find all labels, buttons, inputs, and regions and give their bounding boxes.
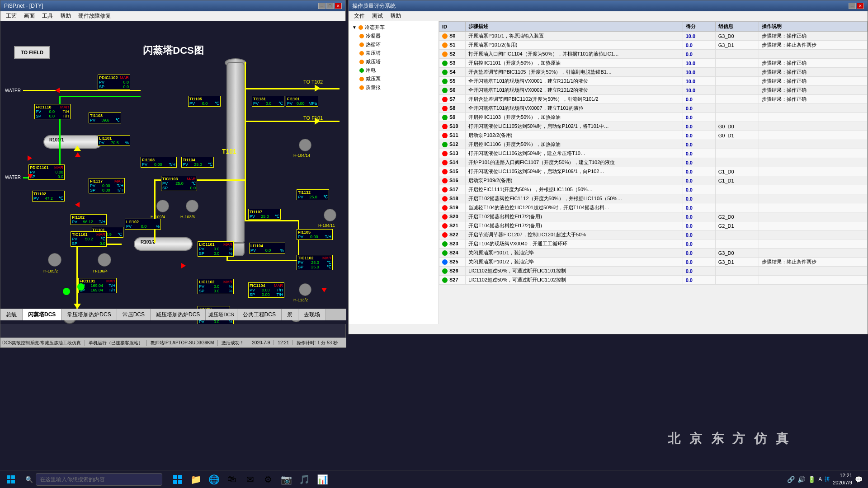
tab-jing[interactable]: 景 — [282, 309, 298, 320]
svg-rect-1 — [11, 475, 15, 479]
tab-atm-heat-dcs[interactable]: 常压塔加热炉DCS — [61, 309, 117, 320]
tree-vacpump[interactable]: 减压泵 — [350, 75, 437, 83]
tray-notif-icon: 💬 — [855, 476, 863, 483]
step-score: 0.0 — [683, 176, 715, 185]
fi1117-box[interactable]: FI1117 MAR PV0.00T/H SP0.00T/H — [89, 178, 125, 193]
status-server: 教师站IP:LAPTOP-SUD3G9KM — [151, 340, 218, 346]
window-controls: ─ □ ✕ — [318, 3, 342, 9]
tic1102-box[interactable]: TIC1102 MAR PV25.0℃ SP25.0℃ — [297, 255, 333, 270]
step-group: G2_D1 — [715, 221, 759, 230]
right-close[interactable]: ✕ — [857, 3, 864, 9]
tab-flash-dcs[interactable]: 闪蒸塔DCS — [23, 309, 61, 320]
taskbar-app-chart[interactable]: 📊 — [314, 471, 330, 488]
start-button[interactable] — [0, 470, 22, 488]
tic1103-title: TIC1103 — [162, 177, 178, 181]
step-desc: 开启控IIC1101（开度为50%），加热原油 — [466, 59, 683, 68]
step-group — [715, 276, 759, 285]
mail-icon: ✉ — [246, 474, 254, 485]
menu-gongyi[interactable]: 工艺 — [2, 11, 20, 21]
menu-gongju[interactable]: 工具 — [38, 11, 57, 21]
taskbar-app-task[interactable] — [170, 471, 186, 488]
taskbar-app-music[interactable]: 🎵 — [296, 471, 312, 488]
minimize-button[interactable]: ─ — [318, 3, 326, 9]
tree-atm[interactable]: 常压塔 — [350, 49, 437, 57]
tic1103-box[interactable]: TIC1103 MAR PV25.0℃ SP0.0 — [161, 176, 197, 191]
tab-public-dcs[interactable]: 公共工程DCS — [237, 309, 282, 320]
pipe-h-vessel-conn — [226, 179, 245, 181]
maximize-button[interactable]: □ — [326, 3, 334, 9]
tree-cold[interactable]: 冷凝器 — [350, 32, 437, 40]
fic1104-box[interactable]: FIC1104 MAR PV0.00T/H SP0.00T/H — [248, 282, 284, 298]
left-window: PiSP.net - [DTY] ─ □ ✕ 工艺 画面 工具 帮助 硬件故障修… — [0, 0, 346, 348]
li1102-box[interactable]: LI1102 PV0.0% — [125, 219, 161, 230]
tree-vac[interactable]: 减压塔 — [350, 57, 437, 66]
tree-hot[interactable]: 热循环 — [350, 40, 437, 49]
close-button[interactable]: ✕ — [335, 3, 342, 9]
pdic1102-box[interactable]: PDIC1102 MAR PV0.0 SP0.0 — [98, 75, 130, 90]
tab-atm-dcs[interactable]: 常压DCS — [117, 309, 151, 320]
tab-vac-heat-dcs[interactable]: 减压塔加热炉DCS — [151, 309, 206, 320]
row-dot-cell: S20 — [439, 212, 466, 221]
right-menu-file[interactable]: 文件 — [350, 11, 368, 21]
right-menu-help[interactable]: 帮助 — [387, 11, 405, 21]
right-menu-test[interactable]: 测试 — [368, 11, 387, 21]
step-desc: LIC1102超过50%，可通过断开LIC1102控制 — [466, 276, 683, 285]
tree-quality[interactable]: 质量报 — [350, 83, 437, 92]
right-minimize[interactable]: ─ — [849, 3, 856, 9]
tab-overview[interactable]: 总貌 — [0, 309, 23, 320]
row-dot-cell: S16 — [439, 176, 466, 185]
tree-root[interactable]: ▼ 冷态开车 — [350, 23, 437, 32]
taskbar-app-camera[interactable]: 📷 — [278, 471, 294, 488]
tic1101-box[interactable]: TIC1101 MAR PV50.2℃ SP0.0 — [71, 231, 107, 247]
row-dot-cell: S21 — [439, 221, 466, 230]
h104-14 — [299, 139, 311, 151]
table-row: S16启动泵P109/2(备用)0.0G1_D1 — [439, 176, 868, 185]
taskbar-app-settings[interactable]: ⚙ — [260, 471, 276, 488]
to-t102-label: TO T102 — [303, 79, 323, 84]
taskbar-app-edge[interactable]: 🌐 — [206, 471, 222, 488]
row-dot-cell: S1 — [439, 41, 466, 50]
step-group: G3_D0 — [715, 249, 759, 258]
pipe-h-bot1 — [226, 260, 299, 261]
step-note — [759, 239, 867, 249]
tab-vac-dcs[interactable]: 减压塔DCS — [206, 309, 237, 320]
ti1107-box: TI1107 PV25.0℃ — [248, 209, 281, 220]
fic1118-alarm: MAR — [60, 105, 69, 109]
to-field-button[interactable]: TO FIELD — [14, 46, 50, 59]
tab-field[interactable]: 去现场 — [298, 309, 326, 320]
row-dot-cell: S23 — [439, 239, 466, 249]
menu-huamian[interactable]: 画面 — [20, 11, 38, 21]
fic1118-box[interactable]: FIC1118 MAR PV0.0T/H SP0.0T/H — [34, 104, 71, 119]
step-score: 0.0 — [683, 158, 715, 167]
dcs-title: 闪蒸塔DCS图 — [143, 44, 203, 57]
step-id: S7 — [449, 96, 455, 102]
step-desc: 开启T102摇蒸阀控FIC1112（开度为50%），并根据LIC1105（50%… — [466, 194, 683, 203]
taskbar-search-input[interactable] — [36, 473, 162, 486]
lic1102-box[interactable]: LIC1102 MAR PV0.0% SP0.0% — [198, 279, 234, 294]
pdic1101-box[interactable]: PDIC1101 MAR PV0.08 SP0.0 — [28, 164, 65, 180]
step-desc: 开启T104摇蒸出料控FI17/2(备用) — [466, 221, 683, 230]
step-desc: 开含盐差调节阀PBIC1105（开度为50%），引流到电脱盐罐B1… — [466, 68, 683, 77]
file-explorer-icon: 📁 — [190, 474, 202, 485]
step-desc: 开启控IIC1106（开度为50%），加热原油 — [466, 140, 683, 149]
step-score: 0.0 — [683, 41, 715, 50]
step-note: 步骤结果：操作正确 — [759, 86, 867, 95]
pipe-h-right-mid — [245, 220, 299, 221]
lic1101-box[interactable]: LIC1101 MAR PV0.0% SP0.0% — [198, 241, 234, 257]
step-score: 0.0 — [683, 267, 715, 276]
step-group — [715, 185, 759, 194]
step-note — [759, 50, 867, 59]
tree-electric[interactable]: 用电 — [350, 66, 437, 75]
menu-hardware[interactable]: 硬件故障修复 — [75, 11, 114, 21]
taskbar-app-store[interactable]: 🛍 — [224, 471, 240, 488]
menu-bangzhu[interactable]: 帮助 — [57, 11, 75, 21]
row-dot-cell: S15 — [439, 167, 466, 176]
step-id: S12 — [449, 141, 458, 147]
tree-panel: ▼ 冷态开车 冷凝器 热循环 常压塔 减压塔 用电 — [349, 21, 439, 324]
pdic1101-alarm: MAR — [54, 165, 63, 170]
taskbar-app-file[interactable]: 📁 — [188, 471, 204, 488]
ti1131-title: TI1131 — [253, 97, 266, 101]
taskbar-app-mail[interactable]: ✉ — [242, 471, 258, 488]
valve-5 — [75, 202, 80, 207]
fi1103-box: FI1103 PV0.00T/H — [141, 157, 177, 168]
